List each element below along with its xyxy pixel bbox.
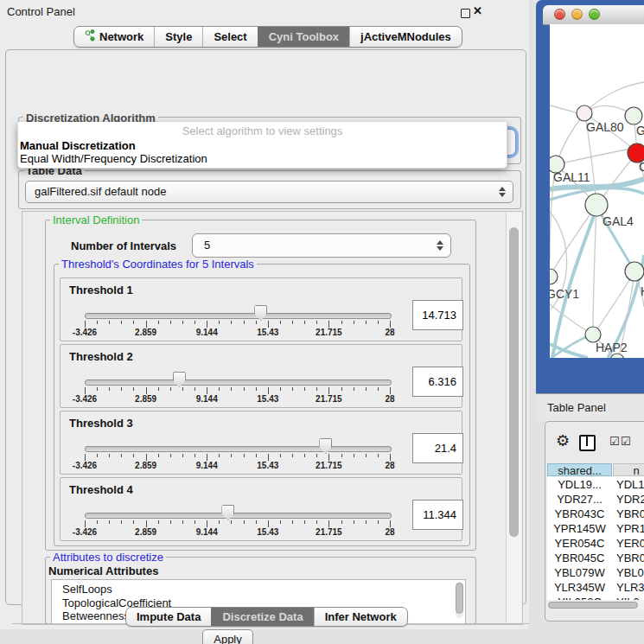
panel-scrollbar-thumb[interactable] — [509, 227, 519, 537]
tick-label: 15.43 — [249, 461, 287, 470]
threshold-slider-track[interactable] — [85, 446, 392, 452]
tab-impute-data[interactable]: Impute Data — [126, 608, 211, 626]
cell-shared-name: YDL19... — [547, 477, 612, 492]
close-traffic-light[interactable] — [554, 9, 565, 20]
attributes-scrollbar-thumb[interactable] — [456, 583, 463, 614]
tab-network[interactable]: Network — [74, 27, 154, 47]
threshold-rows: Threshold 1-3.4262.8599.14415.4321.71528… — [60, 277, 462, 541]
table-hscrollbar-thumb[interactable] — [548, 602, 638, 609]
tick-mark — [146, 321, 147, 328]
tick-mark — [378, 387, 379, 391]
tab-cyni-toolbox[interactable]: Cyni Toolbox — [258, 27, 349, 47]
tick-mark — [121, 520, 122, 524]
threshold-value-field[interactable]: 21.4 — [412, 433, 463, 463]
tab-select[interactable]: Select — [202, 27, 257, 47]
tick-label: 9.144 — [188, 461, 226, 470]
network-node-label: GAL11 — [553, 170, 590, 184]
checkbox-icon[interactable]: ☑ — [609, 435, 620, 448]
tick-label: 2.859 — [127, 527, 165, 537]
threshold-value-field[interactable]: 14.713 — [412, 300, 463, 330]
network-node[interactable] — [585, 194, 608, 216]
network-window-titlebar[interactable] — [543, 5, 644, 25]
float-window-icon[interactable] — [461, 9, 470, 18]
tick-mark — [146, 387, 147, 394]
zoom-traffic-light[interactable] — [589, 9, 600, 20]
network-node[interactable] — [577, 105, 592, 121]
tick-mark — [182, 520, 183, 524]
split-columns-icon[interactable] — [579, 435, 596, 451]
threshold-slider-track[interactable] — [85, 513, 392, 519]
tick-label: 28 — [371, 394, 409, 404]
network-view-window[interactable]: GAL80GACGAL11GAL4GCY1HHAP2 — [536, 0, 644, 393]
number-of-intervals-spinner[interactable]: 5 — [192, 233, 451, 258]
column-header-name[interactable]: n — [613, 463, 644, 476]
table-row[interactable]: YLR345WYLR3 — [547, 580, 644, 595]
cell-name: YDR2 — [616, 492, 644, 507]
network-node[interactable] — [550, 269, 558, 284]
tab-label: Style — [165, 30, 192, 43]
checkbox-icon[interactable]: ☑ — [621, 435, 631, 448]
table-row[interactable]: YBR045CYBR0 — [547, 551, 644, 565]
threshold-slider-track[interactable] — [85, 379, 392, 386]
tick-mark — [341, 387, 342, 391]
network-edge — [557, 113, 584, 163]
apply-button[interactable]: Apply — [202, 629, 253, 644]
tick-mark — [207, 321, 207, 328]
threshold-value-field[interactable]: 6.316 — [412, 367, 463, 397]
tick-mark — [244, 520, 245, 524]
algorithm-option-manual[interactable]: Manual Discretization — [20, 139, 136, 152]
tick-mark — [97, 520, 98, 524]
tick-mark — [366, 321, 367, 324]
tick-mark — [256, 454, 257, 457]
threshold-slider-track[interactable] — [85, 313, 392, 319]
table-row[interactable]: YIL052CYIL0 — [547, 595, 644, 600]
algorithm-placeholder: Select algorithm to view settings — [18, 124, 507, 137]
tick-mark — [146, 520, 147, 527]
tick-mark — [182, 387, 183, 391]
tab-style[interactable]: Style — [154, 27, 202, 47]
algorithm-option-equal-width[interactable]: Equal Width/Frequency Discretization — [20, 152, 207, 165]
tick-mark — [268, 387, 269, 394]
tab-label: Discretize Data — [222, 610, 303, 623]
tick-mark — [280, 321, 281, 324]
tick-mark — [231, 387, 232, 391]
spinner-arrows-icon — [437, 240, 443, 251]
tick-mark — [207, 454, 207, 461]
threshold-value-text: 11.344 — [413, 501, 462, 529]
cell-shared-name: YBR045C — [547, 551, 612, 565]
tab-jactivemnodules[interactable]: jActiveMNodules — [349, 27, 462, 47]
tick-label: 28 — [371, 527, 409, 537]
column-header-shared-name[interactable]: shared... — [547, 463, 612, 476]
threshold-value-field[interactable]: 11.344 — [412, 500, 463, 530]
tick-mark — [341, 520, 342, 524]
tick-mark — [97, 454, 98, 457]
network-node[interactable] — [625, 262, 644, 281]
table-row[interactable]: YDL19...YDL1 — [547, 477, 644, 492]
tick-mark — [316, 454, 317, 457]
table-row[interactable]: YER054CYER0 — [547, 536, 644, 551]
network-node[interactable] — [625, 107, 642, 124]
threshold-value-text: 6.316 — [413, 367, 462, 396]
tick-mark — [378, 321, 379, 324]
tick-mark — [304, 454, 305, 457]
tick-mark — [268, 520, 269, 527]
attribute-list-item[interactable]: SelfLoops — [52, 580, 465, 596]
tick-mark — [316, 387, 317, 391]
table-row[interactable]: YDR27...YDR2 — [547, 492, 644, 507]
table-row[interactable]: YBR043CYBR0 — [547, 507, 644, 521]
tick-mark — [109, 520, 110, 524]
tab-label: Network — [99, 30, 143, 43]
tab-discretize-data[interactable]: Discretize Data — [211, 608, 313, 626]
minimize-traffic-light[interactable] — [571, 9, 583, 20]
tab-infer-network[interactable]: Infer Network — [314, 608, 407, 626]
table-row[interactable]: YBL079WYBL0 — [547, 565, 644, 580]
control-panel-window: Control Panel ✕ NetworkStyleSelectCyni T… — [0, 0, 529, 629]
table-row[interactable]: YPR145WYPR1 — [547, 521, 644, 536]
table-data-combobox[interactable]: galFiltered.sif default node — [25, 181, 513, 203]
close-icon[interactable]: ✕ — [473, 4, 482, 17]
gear-icon[interactable]: ⚙ — [556, 431, 570, 450]
tick-mark — [390, 321, 391, 328]
tick-mark — [194, 520, 195, 524]
network-canvas[interactable]: GAL80GACGAL11GAL4GCY1HHAP2 — [550, 24, 644, 358]
node-table[interactable]: shared...nYDL19...YDL1YDR27...YDR2YBR043… — [547, 463, 644, 600]
